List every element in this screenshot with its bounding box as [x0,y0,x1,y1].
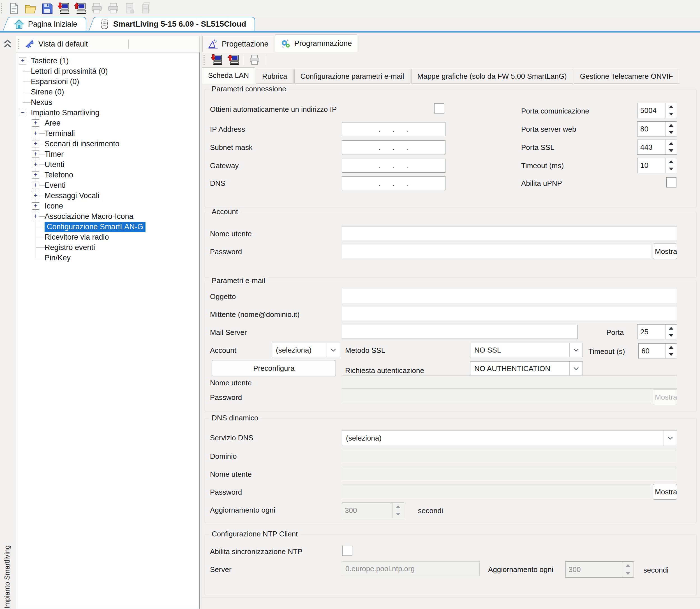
spin-down-icon[interactable] [669,334,673,337]
spin-up-icon[interactable] [669,327,673,330]
spinner-arrows[interactable] [665,122,677,136]
download-to-panel-button[interactable] [210,53,223,67]
spin-down-icon[interactable] [669,113,673,116]
toolbar-grip[interactable] [204,55,205,65]
save-button[interactable] [41,2,53,15]
tab-rubrica[interactable]: Rubrica [256,69,293,84]
ip-address-field[interactable] [342,122,445,136]
tree-item-sirene[interactable]: Sirene (0) [16,87,199,97]
download-to-panel-button[interactable] [57,2,70,15]
tree-item-eventi[interactable]: +Eventi [16,180,199,191]
open-file-button[interactable] [24,2,37,15]
tree-item-messaggi-vocali[interactable]: +Messaggi Vocali [16,191,199,201]
tree-item-ricevitore-via-radio[interactable]: Ricevitore via radio [16,232,199,242]
dns-field[interactable] [342,176,445,190]
mittente-field[interactable] [342,307,677,321]
device-tree-panel[interactable]: +Tastiere (1) Lettori di prossimità (0) … [16,52,200,609]
abilita-ntp-checkbox[interactable] [342,546,353,556]
expander-icon[interactable]: + [32,140,39,147]
spin-down-icon[interactable] [669,131,673,134]
tree-item-pin-key[interactable]: Pin/Key [16,253,199,263]
dhcp-checkbox[interactable] [434,103,444,114]
tab-smartliving-project[interactable]: SmartLiving 5-15 6.09 - SL515Cloud [96,17,255,31]
porta-comunicazione-input[interactable] [637,103,665,118]
tree-item-registro-eventi[interactable]: Registro eventi [16,242,199,253]
richiesta-autenticazione-dropdown[interactable]: NO AUTHENTICATION [470,361,583,376]
tab-configurazione-email[interactable]: Configurazione parametri e-mail [294,69,410,84]
nome-utente-field[interactable] [342,226,677,240]
porta-server-web-input[interactable] [637,122,665,136]
preconfigura-button[interactable]: Preconfigura [212,360,336,377]
tree-item-espansioni[interactable]: Espansioni (0) [16,76,199,87]
expander-icon[interactable]: + [32,161,39,168]
tree-item-scenari[interactable]: +Scenari di inserimento [16,139,199,149]
spinner-arrows[interactable] [665,103,677,118]
tab-progettazione[interactable]: Progettazione [202,36,274,52]
upload-from-panel-button[interactable] [227,53,240,67]
tree-item-icone[interactable]: +Icone [16,201,199,211]
new-file-button[interactable] [7,2,20,15]
oggetto-field[interactable] [342,289,677,303]
servizio-dns-dropdown[interactable]: (seleziona) [342,430,677,446]
subnet-mask-field[interactable] [342,140,445,154]
sidebar-grip[interactable] [18,39,19,49]
tab-programmazione[interactable]: Programmazione [275,34,357,52]
tree-item-configurazione-smartlan-g[interactable]: Configurazione SmartLAN-G [16,222,199,232]
expander-icon[interactable]: + [19,57,27,65]
expander-icon[interactable]: + [32,192,39,199]
tree-item-lettori[interactable]: Lettori di prossimità (0) [16,66,199,76]
password-field[interactable] [342,244,651,258]
tab-pagina-iniziale[interactable]: Pagina Iniziale [10,17,86,31]
dns-mostra-button[interactable]: Mostra [653,484,677,500]
metodo-ssl-dropdown[interactable]: NO SSL [470,343,583,357]
tab-gestione-telecamere-onvif[interactable]: Gestione Telecamere ONVIF [574,69,679,84]
porta-ssl-input[interactable] [637,140,665,154]
sidebar-autohide-tab-impianto[interactable]: Impianto Smartliving [1,537,13,609]
tab-scheda-lan[interactable]: Scheda LAN [202,67,255,84]
toolbar-grip[interactable] [1,3,2,14]
tree-item-telefono[interactable]: +Telefono [16,170,199,180]
expander-icon[interactable]: + [32,119,39,127]
timeout-ms-input[interactable] [637,158,665,173]
tree-item-impianto[interactable]: −Impianto Smartliving [16,108,199,118]
tree-item-associazione-macro-icona[interactable]: +Associazione Macro-Icona [16,211,199,222]
expander-icon[interactable]: + [32,181,39,189]
tree-item-utenti[interactable]: +Utenti [16,159,199,170]
spin-up-icon[interactable] [669,160,673,163]
expander-icon[interactable]: + [32,213,39,220]
expander-icon[interactable]: + [32,151,39,158]
print-button[interactable] [248,53,261,67]
spin-up-icon[interactable] [669,142,673,145]
expander-icon[interactable]: + [32,130,39,137]
tree-item-aree[interactable]: +Aree [16,118,199,128]
spinner-arrows[interactable] [665,344,677,358]
tab-mappe-grafiche[interactable]: Mappe grafiche (solo da FW 5.00 SmartLan… [411,69,573,84]
gateway-field[interactable] [342,159,445,173]
spin-up-icon[interactable] [669,346,673,349]
expander-icon[interactable]: + [32,171,39,178]
tree-item-terminali[interactable]: +Terminali [16,128,199,139]
mail-server-field[interactable] [342,325,578,339]
porta-input[interactable] [637,325,665,339]
tree-item-nexus[interactable]: Nexus [16,97,199,108]
export-page-button[interactable] [123,2,136,15]
spin-down-icon[interactable] [669,353,673,356]
upload-from-panel-button[interactable] [74,2,87,15]
tree-item-timer[interactable]: +Timer [16,149,199,159]
spinner-arrows[interactable] [665,325,677,339]
collapse-panel-button[interactable] [2,38,13,50]
timeout-s-input[interactable] [638,344,665,358]
spin-up-icon[interactable] [669,124,673,127]
spin-down-icon[interactable] [669,168,673,170]
spinner-arrows[interactable] [665,158,677,173]
upnp-checkbox[interactable] [666,177,677,188]
spin-down-icon[interactable] [669,150,673,152]
print-alt-button[interactable] [107,2,120,15]
spinner-arrows[interactable] [665,140,677,154]
expander-icon[interactable]: + [32,202,39,210]
spin-up-icon[interactable] [669,105,673,108]
mostra-button[interactable]: Mostra [653,244,677,259]
collapse-icon[interactable]: − [19,109,27,116]
tree-item-tastiere[interactable]: +Tastiere (1) [16,56,199,66]
account-dropdown[interactable]: (seleziona) [272,343,340,357]
